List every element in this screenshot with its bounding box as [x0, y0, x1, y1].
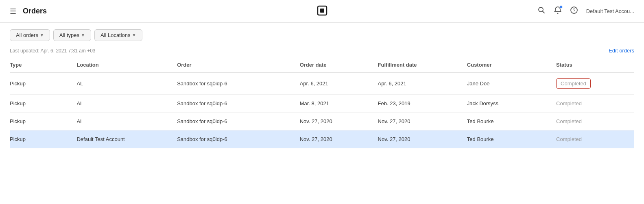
col-header-customer: Customer [467, 59, 556, 72]
orders-table: Type Location Order Order date Fulfillme… [10, 59, 634, 148]
cell-location: AL [76, 95, 177, 113]
all-types-filter[interactable]: All types ▼ [53, 29, 91, 41]
svg-rect-1 [320, 9, 324, 13]
notification-icon[interactable] [554, 6, 562, 16]
col-header-status: Status [556, 59, 634, 72]
cell-order: Sandbox for sq0idp-6 [177, 72, 300, 95]
help-icon[interactable]: ? [570, 6, 578, 16]
cell-order_date: Apr. 6, 2021 [300, 72, 378, 95]
account-label[interactable]: Default Test Accou... [586, 8, 634, 14]
cell-location: AL [76, 72, 177, 95]
page-title: Orders [23, 7, 47, 15]
menu-icon[interactable]: ☰ [10, 7, 16, 16]
status-text: Completed [556, 136, 582, 142]
col-header-type: Type [10, 59, 76, 72]
header-right: ? Default Test Accou... [537, 6, 634, 16]
table-row[interactable]: PickupDefault Test AccountSandbox for sq… [10, 130, 634, 148]
chevron-down-icon: ▼ [40, 33, 44, 37]
header: ☰ Orders ? Default Test Acc [0, 0, 644, 23]
svg-point-4 [557, 13, 558, 14]
chevron-down-icon: ▼ [81, 33, 85, 37]
cell-customer: Ted Bourke [467, 130, 556, 148]
table-row[interactable]: PickupALSandbox for sq0idp-6Mar. 8, 2021… [10, 95, 634, 113]
cell-type: Pickup [10, 130, 76, 148]
cell-status: Completed [556, 95, 634, 113]
cell-location: Default Test Account [76, 130, 177, 148]
col-header-order: Order [177, 59, 300, 72]
col-header-fulfillment-date: Fulfillment date [378, 59, 467, 72]
cell-fulfillment_date: Apr. 6, 2021 [378, 72, 467, 95]
cell-type: Pickup [10, 72, 76, 95]
cell-status: Completed [556, 113, 634, 130]
cell-fulfillment_date: Feb. 23, 2019 [378, 95, 467, 113]
cell-order_date: Nov. 27, 2020 [300, 113, 378, 130]
all-types-label: All types [59, 32, 79, 38]
all-locations-filter[interactable]: All Locations ▼ [94, 29, 142, 41]
orders-table-container: Type Location Order Order date Fulfillme… [0, 59, 644, 148]
cell-order: Sandbox for sq0idp-6 [177, 95, 300, 113]
cell-fulfillment_date: Nov. 27, 2020 [378, 113, 467, 130]
svg-text:?: ? [572, 8, 575, 13]
cell-type: Pickup [10, 113, 76, 130]
table-header-row: Type Location Order Order date Fulfillme… [10, 59, 634, 72]
cell-order: Sandbox for sq0idp-6 [177, 113, 300, 130]
last-updated-text: Last updated: Apr. 6, 2021 7:31 am +03 [10, 48, 96, 54]
status-text: Completed [556, 118, 582, 124]
table-row[interactable]: PickupALSandbox for sq0idp-6Apr. 6, 2021… [10, 72, 634, 95]
status-text: Completed [556, 100, 582, 106]
cell-fulfillment_date: Nov. 27, 2020 [378, 130, 467, 148]
chevron-down-icon: ▼ [132, 33, 136, 37]
cell-status: Completed [556, 130, 634, 148]
svg-line-3 [542, 11, 544, 13]
filters-bar: All orders ▼ All types ▼ All Locations ▼ [0, 23, 644, 46]
status-badge: Completed [556, 78, 591, 89]
cell-customer: Ted Bourke [467, 113, 556, 130]
all-locations-label: All Locations [100, 32, 131, 38]
logo [317, 5, 328, 17]
table-row[interactable]: PickupALSandbox for sq0idp-6Nov. 27, 202… [10, 113, 634, 130]
cell-order: Sandbox for sq0idp-6 [177, 130, 300, 148]
search-icon[interactable] [537, 6, 546, 16]
cell-type: Pickup [10, 95, 76, 113]
edit-orders-link[interactable]: Edit orders [609, 48, 634, 54]
col-header-order-date: Order date [300, 59, 378, 72]
cell-status: Completed [556, 72, 634, 95]
cell-customer: Jane Doe [467, 72, 556, 95]
all-orders-label: All orders [16, 32, 38, 38]
notification-dot [559, 5, 563, 9]
status-bar: Last updated: Apr. 6, 2021 7:31 am +03 E… [0, 46, 644, 59]
all-orders-filter[interactable]: All orders ▼ [10, 29, 50, 41]
cell-location: AL [76, 113, 177, 130]
cell-customer: Jack Dorsyss [467, 95, 556, 113]
cell-order_date: Mar. 8, 2021 [300, 95, 378, 113]
cell-order_date: Nov. 27, 2020 [300, 130, 378, 148]
col-header-location: Location [76, 59, 177, 72]
